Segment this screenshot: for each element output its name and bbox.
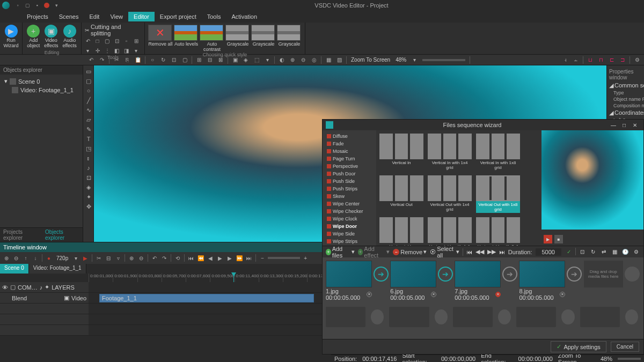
empty-transition[interactable] <box>371 309 384 324</box>
menu-tools[interactable]: Tools <box>202 12 226 21</box>
settings-icon[interactable]: ⚙ <box>632 248 640 256</box>
effect-item[interactable]: Fade <box>325 140 374 147</box>
empty-slot[interactable] <box>326 307 365 327</box>
tool-icon[interactable]: ⊞ <box>132 36 141 45</box>
video-effects-button[interactable]: ▣ Video effects <box>42 24 60 50</box>
menu-export[interactable]: Export project <box>155 12 202 21</box>
timeline-ruler[interactable]: 0:00:01,000 0:00:01,900 0:00:03,800 0:00… <box>0 274 331 282</box>
transition-thumb[interactable]: Vertical In <box>379 134 423 171</box>
effect-item[interactable]: Push Side <box>325 178 374 185</box>
tool-icon[interactable]: ⊟ <box>205 56 215 64</box>
crop-icon[interactable]: ⊡ <box>578 248 587 256</box>
tool-icon[interactable]: ▫ <box>122 36 131 45</box>
lock-icon[interactable]: ▢ <box>10 284 16 291</box>
tool-icon[interactable]: ▦ <box>324 56 333 64</box>
effect-item[interactable]: Wipe Side <box>325 230 374 238</box>
select-all-button[interactable]: ⦿Select all ▾ <box>430 246 459 258</box>
run-wizard-button[interactable]: ▶ Run Wizard <box>2 24 21 50</box>
tool-icon[interactable]: ⋮ <box>103 46 112 55</box>
next-icon[interactable]: ▶▶ <box>487 248 496 255</box>
file-slot[interactable]: 1.jpg00:00:05.000✕ <box>326 261 372 301</box>
add-icon[interactable]: ⊕ <box>2 254 11 262</box>
transition-thumb[interactable]: Horizontal In with 8x1 grid <box>476 217 520 246</box>
loop-icon[interactable]: ⟲ <box>173 254 182 262</box>
chevron-down-icon[interactable]: ▾ <box>409 56 419 64</box>
tool-icon[interactable]: ⊞ <box>194 56 204 64</box>
tree-scene[interactable]: ▾Scene 0 <box>2 77 80 86</box>
transition-arrow[interactable]: ➔ <box>373 261 389 287</box>
effect-item[interactable]: Wipe Door <box>325 223 374 230</box>
link-icon[interactable]: ⊕ <box>127 254 136 262</box>
transition-thumb[interactable]: Vertical In with 1x4 grid <box>428 134 472 171</box>
add-files-button[interactable]: +Add files ▾ <box>326 246 355 258</box>
empty-slot[interactable] <box>580 307 620 327</box>
tree-video-item[interactable]: Video: Footage_1_1 <box>2 86 80 94</box>
cut-icon[interactable]: ✂ <box>94 254 103 262</box>
flip-icon[interactable]: ⇄ <box>599 248 608 256</box>
next-frame-icon[interactable]: ⏩ <box>235 254 244 262</box>
new-icon[interactable]: ▫ <box>14 2 21 9</box>
menu-projects[interactable]: Projects <box>21 12 54 21</box>
dragdrop-zone[interactable]: Drag and drop media files here <box>584 261 623 287</box>
transition-thumb[interactable]: Vertical Out with 1x8 grid <box>476 175 520 213</box>
tool-icon[interactable]: ↶ <box>84 36 92 45</box>
resolution-selector[interactable]: 720p <box>54 255 70 261</box>
chart-icon[interactable]: ⫾ <box>83 153 94 163</box>
transition-thumb[interactable]: Vertical Out with 1x4 grid <box>428 175 472 213</box>
empty-slot[interactable] <box>453 307 493 327</box>
remove-button[interactable]: −Remove ▾ <box>393 248 427 255</box>
save-icon[interactable]: ▪ <box>33 2 41 9</box>
tool-icon[interactable]: ⊕ <box>288 56 297 64</box>
open-icon[interactable]: ▢ <box>24 2 31 9</box>
tool-icon[interactable]: ▢ <box>180 56 189 64</box>
clock-icon[interactable]: 🕐 <box>621 248 630 256</box>
file-slot[interactable]: 8.jpg00:00:05.000✕ <box>519 261 565 301</box>
empty-transition[interactable] <box>435 309 448 324</box>
transition-arrow[interactable]: ➔ <box>437 261 453 287</box>
track-header[interactable]: Blend ▣ Video <box>0 293 89 303</box>
step-fwd-icon[interactable]: ▶ <box>225 254 234 262</box>
timeline-tab-video[interactable]: Video: Footage_1_1 <box>29 264 86 274</box>
spray-icon[interactable]: ✦ <box>83 192 94 202</box>
skip-end-icon[interactable]: ⏭ <box>245 254 253 262</box>
skip-start-icon[interactable]: ⏮ <box>466 249 472 255</box>
close-icon[interactable]: ✕ <box>630 122 640 128</box>
tool-icon[interactable]: ▾ <box>132 46 141 55</box>
tool-icon[interactable]: ⊡ <box>113 36 121 45</box>
tool-icon[interactable]: ▣ <box>230 56 240 64</box>
counter-icon[interactable]: ⊡ <box>83 173 94 182</box>
tool-icon[interactable]: ▢ <box>103 36 112 45</box>
effect-item[interactable]: Push Strips <box>325 185 374 193</box>
zoom-slider[interactable] <box>422 59 465 61</box>
align-icon[interactable]: ⊔ <box>586 56 595 64</box>
tool-icon[interactable]: ✢ <box>93 46 102 55</box>
chevron-down-icon[interactable]: ▾ <box>71 254 80 262</box>
line-icon[interactable]: ╱ <box>83 95 94 105</box>
quickstyle-grayscale[interactable]: Grayscale <box>225 25 250 52</box>
undo-icon[interactable]: ↶ <box>86 56 96 64</box>
align-icon[interactable]: ⊓ <box>596 56 606 64</box>
animation-icon[interactable]: ◈ <box>83 182 94 192</box>
tab-objects-explorer[interactable]: Objects explorer <box>42 228 83 242</box>
copy-icon[interactable]: ⎘ <box>122 56 132 64</box>
effect-item[interactable]: Perspective <box>325 162 374 170</box>
align-icon[interactable]: ⊏ <box>607 56 617 64</box>
track-header[interactable]: 👁 ▢ COM… ♪ ✦ LAYERS <box>0 282 89 292</box>
effect-item[interactable]: Skew <box>325 193 374 200</box>
transition-arrow[interactable]: ➔ <box>566 261 582 287</box>
up-icon[interactable]: ↑ <box>21 254 30 262</box>
tool-icon[interactable]: ▾ <box>84 46 92 55</box>
menu-scenes[interactable]: Scenes <box>54 12 84 21</box>
eye-icon[interactable]: 👁 <box>2 284 8 291</box>
align-icon[interactable]: ⊐ <box>618 56 627 64</box>
tool-icon[interactable]: ⊖ <box>298 56 308 64</box>
effect-item[interactable]: Wipe Strips <box>325 238 374 245</box>
paste-icon[interactable]: 📋 <box>133 56 143 64</box>
align-icon[interactable]: ⫠ <box>571 56 581 64</box>
settings-icon[interactable]: ⚙ <box>632 56 642 64</box>
effects-icon[interactable]: ▦ <box>610 248 619 256</box>
record-icon[interactable]: ● <box>45 254 53 262</box>
redo-icon[interactable]: ↷ <box>160 254 169 262</box>
play-icon[interactable]: ▶ <box>81 254 90 262</box>
move-icon[interactable]: ✥ <box>83 202 94 211</box>
